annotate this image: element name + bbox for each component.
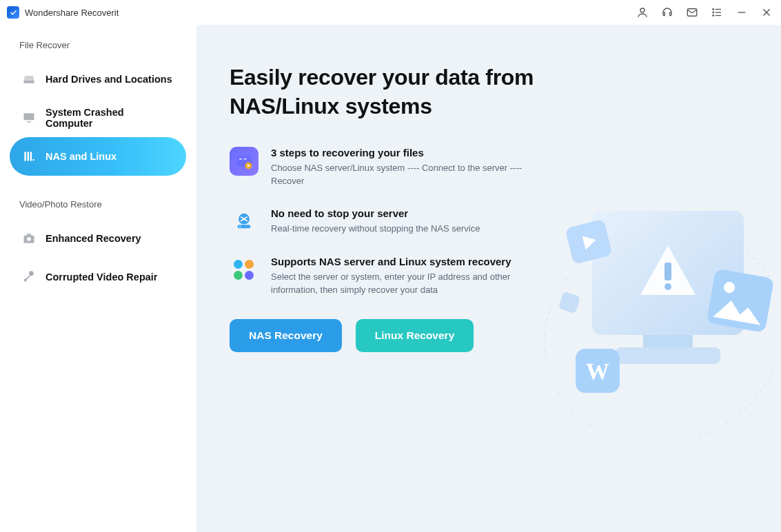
svg-rect-30 xyxy=(665,263,671,280)
svg-rect-13 xyxy=(24,152,26,161)
sidebar-item-hard-drives[interactable]: Hard Drives and Locations xyxy=(10,60,186,99)
minimize-icon[interactable] xyxy=(736,6,748,19)
svg-point-31 xyxy=(665,283,671,290)
account-icon[interactable] xyxy=(636,6,649,19)
folder-play-icon xyxy=(230,147,258,176)
mail-icon[interactable] xyxy=(686,6,698,19)
sidebar-item-label: System Crashed Computer xyxy=(45,107,174,129)
svg-point-6 xyxy=(713,15,714,17)
svg-rect-29 xyxy=(592,211,744,335)
svg-point-4 xyxy=(713,12,714,13)
linux-recovery-button[interactable]: Linux Recovery xyxy=(356,319,474,352)
sidebar-item-system-crashed[interactable]: System Crashed Computer xyxy=(10,99,186,137)
svg-rect-36 xyxy=(576,349,620,393)
svg-rect-12 xyxy=(27,121,30,123)
svg-rect-22 xyxy=(243,158,246,160)
app-title: Wondershare Recoverit xyxy=(25,8,119,18)
feature-no-stop: No need to stop your server Real-time re… xyxy=(230,207,554,236)
feature-steps: 3 steps to recovering your files Choose … xyxy=(230,147,554,188)
svg-rect-34 xyxy=(565,219,612,265)
feature-desc: Select the server or system, enter your … xyxy=(271,271,554,297)
svg-text:W: W xyxy=(586,358,609,384)
sidebar-item-label: Hard Drives and Locations xyxy=(45,74,172,85)
nas-illustration: W xyxy=(526,176,774,438)
camera-icon xyxy=(22,232,36,245)
sidebar-item-label: Enhanced Recovery xyxy=(45,233,141,244)
main-content: Easily recover your data from NAS/Linux … xyxy=(196,25,781,532)
nas-recovery-button[interactable]: NAS Recovery xyxy=(230,319,342,352)
svg-point-39 xyxy=(723,281,736,294)
nas-icon xyxy=(22,150,36,163)
feature-title: No need to stop your server xyxy=(271,207,480,219)
hard-drive-icon xyxy=(22,72,36,86)
close-icon[interactable] xyxy=(760,6,773,19)
sidebar: File Recover Hard Drives and Locations S… xyxy=(0,25,196,532)
sidebar-section-label: Video/Photo Restore xyxy=(10,199,186,214)
monitor-icon xyxy=(22,111,36,125)
svg-rect-11 xyxy=(23,113,34,120)
svg-rect-14 xyxy=(28,152,30,161)
sidebar-item-corrupted-video[interactable]: Corrupted Video Repair xyxy=(10,258,186,296)
titlebar: Wondershare Recoverit xyxy=(0,0,781,25)
feature-title: Supports NAS server and Linux system rec… xyxy=(271,256,554,267)
server-tools-icon xyxy=(230,207,258,236)
feature-desc: Real-time recovery without stopping the … xyxy=(271,223,480,236)
support-icon[interactable] xyxy=(661,6,673,19)
svg-point-18 xyxy=(27,237,31,241)
wrench-icon xyxy=(22,270,36,284)
feature-desc: Choose NAS server/Linux system ---- Conn… xyxy=(271,162,554,188)
svg-point-0 xyxy=(640,8,645,12)
feature-supports: Supports NAS server and Linux system rec… xyxy=(230,256,554,297)
sidebar-item-label: NAS and Linux xyxy=(45,151,116,162)
page-headline: Easily recover your data from NAS/Linux … xyxy=(230,63,748,121)
svg-point-16 xyxy=(32,159,34,161)
sidebar-item-nas-linux[interactable]: NAS and Linux xyxy=(10,137,186,176)
feature-title: 3 steps to recovering your files xyxy=(271,147,554,158)
sidebar-item-enhanced-recovery[interactable]: Enhanced Recovery xyxy=(10,219,186,258)
svg-point-27 xyxy=(526,196,774,438)
headline-line1: Easily recover your data from xyxy=(230,65,534,90)
four-dots-icon xyxy=(230,256,258,285)
sidebar-section-label: File Recover xyxy=(10,40,186,54)
svg-rect-21 xyxy=(239,158,242,160)
headline-line2: NAS/Linux systems xyxy=(230,94,432,119)
svg-rect-19 xyxy=(27,234,32,236)
svg-rect-15 xyxy=(30,152,32,161)
sidebar-item-label: Corrupted Video Repair xyxy=(45,272,157,283)
app-logo-icon xyxy=(7,6,19,19)
svg-rect-35 xyxy=(558,291,580,314)
svg-rect-28 xyxy=(592,211,744,335)
svg-point-26 xyxy=(239,226,241,227)
svg-point-2 xyxy=(713,9,714,10)
menu-list-icon[interactable] xyxy=(711,6,723,19)
